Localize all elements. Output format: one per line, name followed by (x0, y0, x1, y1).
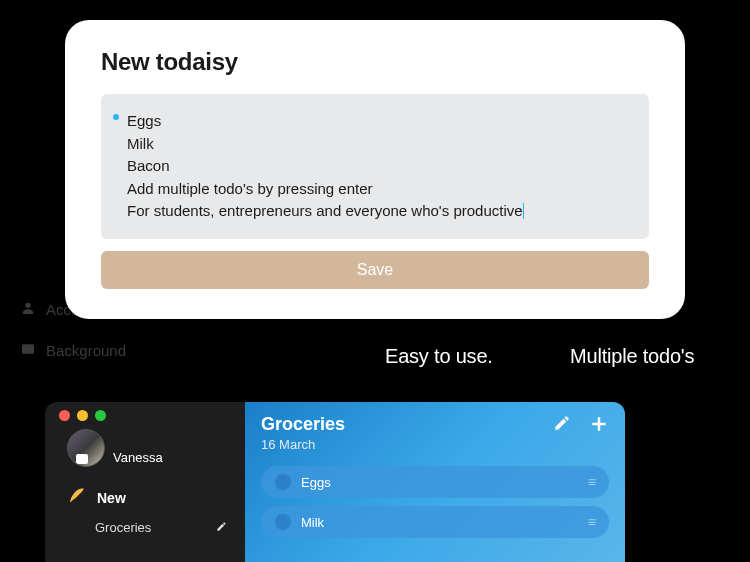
sidebar-label: Background (46, 342, 126, 359)
new-label: New (97, 490, 126, 506)
feather-icon (67, 485, 87, 510)
feature-easy: Easy to use. (385, 345, 493, 368)
minimize-icon[interactable] (77, 410, 88, 421)
image-icon (20, 341, 36, 360)
svg-point-0 (25, 303, 30, 308)
list-date: 16 March (261, 437, 345, 452)
checkbox-icon[interactable] (275, 514, 291, 530)
list-label: Groceries (95, 520, 151, 535)
todo-input-line[interactable]: Add multiple todo's by pressing enter (127, 178, 631, 201)
todo-text: Milk (301, 515, 324, 530)
todo-item[interactable]: Milk ≡ (261, 506, 609, 538)
user-icon (20, 300, 36, 319)
todo-input-line[interactable]: For students, entrepreneurs and everyone… (127, 200, 631, 223)
new-todo-modal: New todaisy Eggs Milk Bacon Add multiple… (65, 20, 685, 319)
svg-rect-1 (22, 344, 34, 353)
todo-input-area[interactable]: Eggs Milk Bacon Add multiple todo's by p… (101, 94, 649, 239)
edit-icon[interactable] (553, 414, 571, 439)
drag-icon[interactable]: ≡ (588, 514, 595, 530)
add-icon[interactable] (589, 414, 609, 439)
app-window: Vanessa New Groceries Groceries 16 March (45, 402, 625, 562)
sidebar-item-groceries[interactable]: Groceries (95, 520, 227, 535)
pencil-icon[interactable] (216, 521, 227, 535)
main-actions (553, 414, 609, 439)
close-icon[interactable] (59, 410, 70, 421)
todo-item[interactable]: Eggs ≡ (261, 466, 609, 498)
app-sidebar: Vanessa New Groceries (45, 402, 245, 562)
todo-text: Eggs (301, 475, 331, 490)
profile[interactable]: Vanessa (67, 429, 233, 467)
main-header: Groceries 16 March (261, 414, 609, 452)
sidebar-item-background[interactable]: Background (20, 341, 126, 360)
bullet-icon (113, 114, 119, 120)
checkbox-icon[interactable] (275, 474, 291, 490)
feature-multiple: Multiple todo's (570, 345, 694, 368)
avatar (67, 429, 105, 467)
todo-input-line[interactable]: Milk (127, 133, 631, 156)
todo-input-line[interactable]: Bacon (127, 155, 631, 178)
app-main: Groceries 16 March Eggs ≡ Milk (245, 402, 625, 562)
drag-icon[interactable]: ≡ (588, 474, 595, 490)
new-list-button[interactable]: New (67, 485, 233, 510)
save-button[interactable]: Save (101, 251, 649, 289)
modal-title: New todaisy (101, 48, 649, 76)
profile-name: Vanessa (113, 450, 163, 465)
list-title: Groceries (261, 414, 345, 435)
maximize-icon[interactable] (95, 410, 106, 421)
traffic-lights (59, 410, 233, 421)
todo-input-line[interactable]: Eggs (127, 110, 631, 133)
